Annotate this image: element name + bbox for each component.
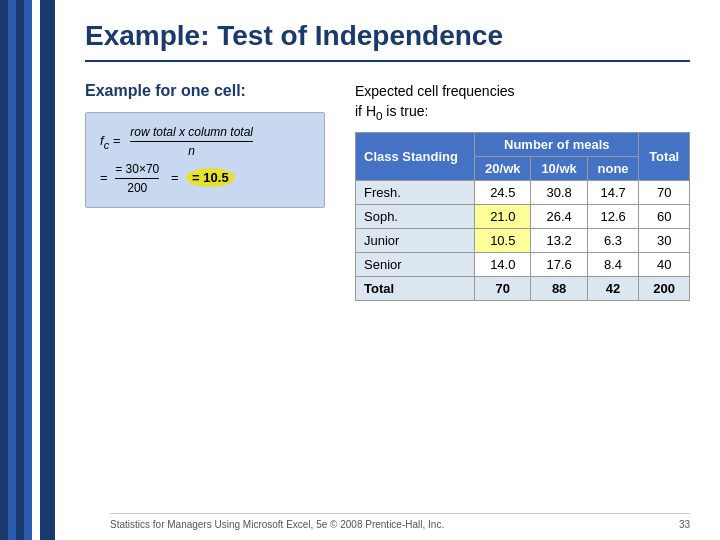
col-10wk-header: 10/wk (531, 156, 587, 180)
formula-equals: = (100, 170, 108, 185)
table-cell: 40 (639, 252, 690, 276)
footer: Statistics for Managers Using Microsoft … (110, 513, 690, 530)
table-cell: 6.3 (587, 228, 639, 252)
class-standing-header: Class Standing (356, 132, 475, 180)
table-row: Senior14.017.68.440 (356, 252, 690, 276)
table-cell: 70 (639, 180, 690, 204)
row-label: Soph. (356, 204, 475, 228)
total-cell: 200 (639, 276, 690, 300)
row-label: Fresh. (356, 180, 475, 204)
total-cell: 70 (475, 276, 531, 300)
formula-result: = 10.5 (186, 168, 235, 187)
main-content: Example: Test of Independence Example fo… (55, 0, 720, 540)
number-meals-header: Number of meals (475, 132, 639, 156)
table-cell: 14.0 (475, 252, 531, 276)
formula-box: fc = row total x column total n = = 30×7… (85, 112, 325, 208)
formula-numerator: row total x column total (130, 125, 253, 142)
row-label: Senior (356, 252, 475, 276)
total-header: Total (639, 132, 690, 180)
footer-left: Statistics for Managers Using Microsoft … (110, 519, 444, 530)
formula-equals2: = (171, 170, 179, 185)
right-section: Expected cell frequencies if H0 is true:… (355, 82, 690, 301)
total-cell: 88 (531, 276, 587, 300)
col-20wk-header: 20/wk (475, 156, 531, 180)
table-total-row: Total708842200 (356, 276, 690, 300)
formula-fraction: row total x column total n (130, 125, 253, 158)
table-cell: 24.5 (475, 180, 531, 204)
decorative-left-bar (0, 0, 55, 540)
formula-calc-line: = = 30×70 200 = = 10.5 (100, 162, 310, 195)
col-none-header: none (587, 156, 639, 180)
formula-calc-denominator: 200 (127, 179, 147, 195)
table-cell: 8.4 (587, 252, 639, 276)
total-label: Total (356, 276, 475, 300)
total-cell: 42 (587, 276, 639, 300)
formula-calc-numerator: = 30×70 (115, 162, 159, 179)
formula-fc-label: fc = (100, 133, 120, 151)
example-label: Example for one cell: (85, 82, 325, 100)
table-body: Fresh.24.530.814.770Soph.21.026.412.660J… (356, 180, 690, 300)
table-cell: 10.5 (475, 228, 531, 252)
page-title: Example: Test of Independence (85, 20, 690, 62)
table-row: Junior10.513.26.330 (356, 228, 690, 252)
row-label: Junior (356, 228, 475, 252)
table-cell: 26.4 (531, 204, 587, 228)
table-cell: 60 (639, 204, 690, 228)
table-row: Soph.21.026.412.660 (356, 204, 690, 228)
content-area: Example for one cell: fc = row total x c… (85, 82, 690, 301)
formula-calc-fraction: = 30×70 200 (115, 162, 159, 195)
footer-right: 33 (679, 519, 690, 530)
table-cell: 12.6 (587, 204, 639, 228)
table-row: Fresh.24.530.814.770 (356, 180, 690, 204)
table-cell: 21.0 (475, 204, 531, 228)
table-cell: 30.8 (531, 180, 587, 204)
table-header-row-1: Class Standing Number of meals Total (356, 132, 690, 156)
table-cell: 30 (639, 228, 690, 252)
table-cell: 17.6 (531, 252, 587, 276)
table-cell: 14.7 (587, 180, 639, 204)
formula-denominator: n (188, 142, 195, 158)
table-cell: 13.2 (531, 228, 587, 252)
data-table: Class Standing Number of meals Total 20/… (355, 132, 690, 301)
expected-label: Expected cell frequencies if H0 is true: (355, 82, 690, 124)
left-section: Example for one cell: fc = row total x c… (85, 82, 325, 208)
